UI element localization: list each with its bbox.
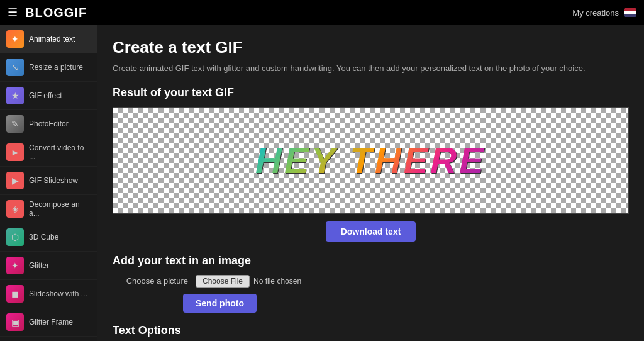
sidebar-thumb-decompose: ◈ [6, 200, 24, 218]
add-image-title: Add your text in an image [113, 254, 629, 267]
language-flag-icon[interactable] [624, 8, 636, 17]
sidebar-thumb-glitter-frame: ▣ [6, 313, 24, 331]
no-file-label: No file chosen [253, 277, 301, 286]
sidebar-label-gif-slideshow: GIF Slideshow [29, 176, 78, 185]
my-creations-link[interactable]: My creations [572, 8, 619, 18]
sidebar-thumb-3d-cube: ⬡ [6, 228, 24, 246]
choose-picture-label: Choose a picture [125, 276, 188, 286]
sidebar-thumb-gif-slideshow: ▶ [6, 172, 24, 189]
sidebar-item-convert-video[interactable]: ► Convert video to ... [0, 138, 97, 167]
sidebar-thumb-slideshow-with: ◼ [6, 285, 24, 303]
text-options-title: Text Options [113, 324, 629, 337]
file-input-wrapper: Choose File No file chosen [196, 275, 301, 288]
add-image-section: Add your text in an image Choose a pictu… [113, 254, 629, 313]
result-section-title: Result of your text GIF [113, 86, 629, 99]
sidebar-label-photo-editor: PhotoEditor [29, 120, 69, 128]
sidebar-label-glitter: Glitter [29, 261, 49, 270]
sidebar-thumb-gif-effect: ★ [6, 87, 24, 104]
sidebar-item-slideshow-with[interactable]: ◼ Slideshow with ... [0, 280, 97, 308]
sidebar: ✦ Animated text ⤡ Resize a picture ★ GIF… [0, 25, 97, 341]
sidebar-label-glitter-frame: Glitter Frame [29, 318, 73, 327]
sidebar-item-gif-effect[interactable]: ★ GIF effect [0, 82, 97, 110]
header: ☰ BLOGGIF My creations [0, 0, 644, 25]
sidebar-label-convert: Convert video to ... [29, 143, 91, 161]
sidebar-thumb-animated-text: ✦ [6, 30, 24, 48]
send-photo-button[interactable]: Send photo [183, 294, 257, 313]
sidebar-item-gif-slideshow[interactable]: ▶ GIF Slideshow [0, 167, 97, 195]
page-title: Create a text GIF [113, 38, 629, 57]
sidebar-thumb-convert: ► [6, 143, 24, 161]
hamburger-menu-icon[interactable]: ☰ [8, 6, 18, 20]
text-options-section: Text Options Your text Hey there [113, 324, 629, 342]
sidebar-item-photo-editor[interactable]: ✎ PhotoEditor [0, 110, 97, 138]
sidebar-item-resize-picture[interactable]: ⤡ Resize a picture [0, 53, 97, 82]
gif-preview-area: HEY THERE [113, 107, 629, 214]
sidebar-label-gif-effect: GIF effect [29, 91, 62, 100]
choose-file-button[interactable]: Choose File [196, 275, 250, 288]
sidebar-label-slideshow-with: Slideshow with ... [29, 289, 87, 298]
sidebar-label-animated-text: Animated text [29, 35, 75, 43]
download-text-button[interactable]: Download text [326, 221, 416, 242]
sidebar-item-glitter-frame[interactable]: ▣ Glitter Frame [0, 308, 97, 337]
sidebar-thumb-glitter: ✦ [6, 257, 24, 274]
logo: BLOGGIF [25, 6, 87, 20]
choose-picture-row: Choose a picture Choose File No file cho… [113, 275, 629, 288]
sidebar-thumb-resize: ⤡ [6, 59, 24, 76]
sidebar-label-resize: Resize a picture [29, 63, 83, 72]
header-left: ☰ BLOGGIF [8, 6, 87, 20]
sidebar-item-3d-cube[interactable]: ⬡ 3D Cube [0, 223, 97, 252]
gif-text-preview: HEY THERE [255, 139, 486, 181]
sidebar-thumb-photo-editor: ✎ [6, 115, 24, 133]
sidebar-item-animated-text[interactable]: ✦ Animated text [0, 25, 97, 53]
sidebar-item-glitter[interactable]: ✦ Glitter [0, 252, 97, 280]
sidebar-label-3d-cube: 3D Cube [29, 233, 58, 242]
sidebar-item-pop-art[interactable]: ◉ Pop Art picture [0, 337, 97, 341]
sidebar-label-decompose: Decompose an a... [29, 200, 91, 218]
sidebar-item-decompose[interactable]: ◈ Decompose an a... [0, 195, 97, 223]
header-right: My creations [572, 8, 636, 18]
content-area: Create a text GIF Create animated GIF te… [97, 25, 644, 341]
main-layout: ✦ Animated text ⤡ Resize a picture ★ GIF… [0, 25, 644, 341]
page-description: Create animated GIF text with glitter an… [113, 62, 629, 75]
